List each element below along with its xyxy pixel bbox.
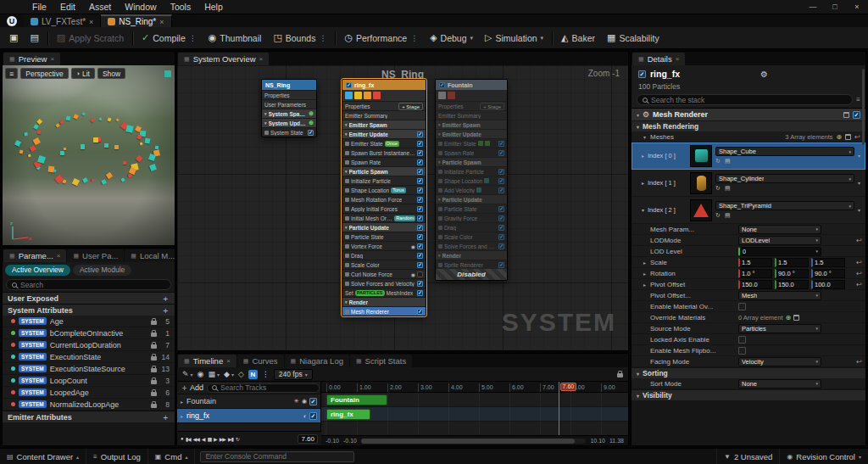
module-enabled-checkbox[interactable]: ✓ bbox=[417, 290, 423, 296]
module-enabled-checkbox[interactable]: ✓ bbox=[498, 234, 504, 240]
section-visibility[interactable]: ▾Visibility bbox=[632, 389, 865, 400]
module-enabled-checkbox[interactable]: ✓ bbox=[417, 141, 423, 147]
track-enabled-checkbox[interactable]: ✓ bbox=[309, 398, 317, 405]
axis-input[interactable]: 100.0 bbox=[811, 280, 845, 289]
node-row-meshindex[interactable]: SetPARTICLESMeshIndex✓ bbox=[342, 288, 426, 297]
viewport-corner-icon[interactable] bbox=[164, 70, 171, 77]
axis-input[interactable]: 90.0 ° bbox=[811, 269, 845, 278]
parameter-row-executionstatesource[interactable]: SYSTEMExecutionStateSource13 bbox=[3, 363, 175, 375]
module-enabled-checkbox[interactable]: ✓ bbox=[498, 262, 504, 268]
node-row-scale-color[interactable]: Scale Color✓ bbox=[342, 260, 426, 269]
range-scrollbar[interactable] bbox=[361, 439, 587, 444]
expander-icon[interactable]: ▸ bbox=[181, 399, 183, 405]
node-row-render[interactable]: ▾Render bbox=[436, 250, 507, 260]
fps-dropdown[interactable]: 240 fps ▾ bbox=[274, 369, 313, 380]
dropdown-sort-mode[interactable]: None▾ bbox=[738, 379, 821, 389]
browse-button[interactable]: ▤ bbox=[24, 27, 44, 49]
emitter-enabled-checkbox[interactable]: ✓ bbox=[346, 82, 352, 88]
mesh-array-item-shape-tripyramid[interactable]: ▾Index [ 2 ]Shape_TriPyramid▾↻▤▾ bbox=[632, 197, 865, 224]
property-checkbox[interactable] bbox=[738, 303, 746, 310]
playhead[interactable]: 7.60 bbox=[559, 382, 559, 435]
filter-icon[interactable]: ≡ bbox=[856, 96, 860, 103]
reset-to-default-icon[interactable]: ↩ bbox=[856, 259, 862, 266]
more-options-icon[interactable]: ⋮ bbox=[410, 34, 418, 42]
view-options-icon[interactable]: ▦ bbox=[208, 370, 215, 378]
axis-input[interactable]: 150.0 bbox=[775, 280, 809, 289]
node-header[interactable]: ✓Fountain bbox=[436, 80, 507, 90]
node-row-shape-location[interactable]: Shape LocationTorus✓ bbox=[342, 185, 426, 194]
curve-options-icon[interactable]: ✎ bbox=[182, 370, 189, 378]
add-parameter-icon[interactable]: ＋ bbox=[161, 293, 170, 305]
track-search-input[interactable] bbox=[220, 383, 314, 392]
tab-details[interactable]: ▦ Details × bbox=[632, 53, 685, 65]
module-enabled-checkbox[interactable]: ✓ bbox=[498, 187, 504, 193]
node-row-sprite-renderer[interactable]: Sprite Renderer✓ bbox=[436, 260, 507, 269]
close-tab-icon[interactable]: × bbox=[259, 55, 264, 63]
pause-button[interactable]: ▮▮ bbox=[207, 436, 211, 442]
parameter-row-executionstate[interactable]: SYSTEMExecutionState14 bbox=[3, 351, 175, 363]
module-enabled-checkbox[interactable]: ✓ bbox=[498, 178, 504, 184]
renderer-enabled-checkbox[interactable]: ✓ bbox=[853, 111, 860, 119]
track-icon[interactable]: ◉ bbox=[302, 398, 307, 405]
tab-timeline[interactable]: ▦Timeline× bbox=[178, 355, 236, 367]
parameter-row-loopcount[interactable]: SYSTEMLoopCount3 bbox=[3, 375, 175, 387]
time-ruler[interactable]: 0.001.002.003.004.005.006.007.008.009.00 bbox=[321, 382, 628, 393]
close-tab-icon[interactable]: × bbox=[226, 357, 231, 365]
node-header[interactable]: ✓ring_fx bbox=[342, 80, 426, 90]
viewport-lit-button[interactable]: ◑Lit bbox=[71, 68, 95, 79]
add-parameter-icon[interactable]: ＋ bbox=[161, 411, 170, 423]
module-enabled-checkbox[interactable]: ✓ bbox=[498, 215, 504, 221]
section-system-attributes[interactable]: System Attributes ＋ bbox=[3, 304, 175, 316]
node-row-system-update[interactable]: ▾System Update⊕ bbox=[262, 118, 316, 127]
2-unsaved-button[interactable]: ▼2 Unsaved bbox=[716, 449, 779, 464]
go-to-start-button[interactable]: ▮◀ bbox=[186, 436, 191, 442]
menu-file[interactable]: File bbox=[25, 2, 53, 12]
baker-button[interactable]: ◭Baker bbox=[555, 27, 601, 49]
keyframe-options-icon[interactable]: ◆ bbox=[224, 370, 230, 378]
mesh-renderer-header[interactable]: ▾ ⚙ Mesh Renderer ✓ bbox=[632, 108, 865, 120]
parameter-row-age[interactable]: SYSTEMAge5 bbox=[3, 316, 175, 327]
maximize-button[interactable]: □ bbox=[824, 0, 846, 14]
module-enabled-checkbox[interactable]: ✓ bbox=[498, 141, 504, 147]
module-enabled-checkbox[interactable]: ✓ bbox=[417, 309, 423, 315]
menu-edit[interactable]: Edit bbox=[53, 2, 82, 12]
node-row-gravity-force[interactable]: Gravity Force✓ bbox=[436, 213, 507, 222]
node-ring-fx[interactable]: ✓ring_fxProperties+ StageEmitter Summary… bbox=[342, 79, 426, 316]
track-duration-bar[interactable]: Fountain bbox=[326, 394, 387, 405]
visibility-icon[interactable]: ◉ bbox=[411, 243, 415, 249]
chevron-down-icon[interactable]: ▾ bbox=[858, 180, 860, 186]
axis-input[interactable]: 1.5 bbox=[775, 258, 809, 267]
tab-preview[interactable]: ▦ Preview × bbox=[3, 53, 60, 65]
menu-tools[interactable]: Tools bbox=[164, 2, 198, 12]
bounds-button[interactable]: ◳Bounds⋮ bbox=[267, 27, 332, 49]
use-selected-icon[interactable]: ↻ bbox=[715, 185, 721, 192]
axis-input[interactable]: 150.0 bbox=[738, 280, 772, 289]
save-button[interactable]: ▣ bbox=[3, 27, 24, 49]
node-row-solve-forces-and-velocity[interactable]: Solve Forces and Velocity✓ bbox=[342, 278, 426, 288]
step-back-button[interactable]: ◀◀ bbox=[193, 436, 199, 442]
module-enabled-checkbox[interactable]: ✓ bbox=[417, 262, 423, 268]
reset-to-default-icon[interactable]: ↩ bbox=[856, 281, 862, 288]
node-row-spawn-rate[interactable]: Spawn Rate✓ bbox=[342, 157, 426, 166]
dropdown-source-mode[interactable]: Particles▾ bbox=[738, 324, 821, 333]
parameter-row-currentloopduration[interactable]: SYSTEMCurrentLoopDuration7 bbox=[3, 339, 175, 351]
expander-icon[interactable]: ▸ bbox=[643, 282, 650, 288]
property-checkbox[interactable] bbox=[738, 336, 746, 344]
dropdown-facing-mode[interactable]: Velocity▾ bbox=[738, 357, 821, 366]
close-tab-icon[interactable]: × bbox=[50, 55, 54, 63]
chevron-down-icon[interactable]: ▾ bbox=[858, 207, 860, 213]
node-row-apply-initial-forces[interactable]: Apply Initial Forces✓ bbox=[342, 204, 426, 213]
scrollbar[interactable] bbox=[862, 69, 865, 145]
add-parameter-icon[interactable]: ＋ bbox=[161, 305, 170, 316]
node-row-particle-spawn[interactable]: ▾Particle Spawn✓ bbox=[342, 166, 426, 176]
expander-icon[interactable]: ▸ bbox=[643, 271, 650, 277]
node-row-scale-color[interactable]: Scale Color✓ bbox=[436, 232, 507, 241]
use-selected-icon[interactable]: ↻ bbox=[715, 212, 721, 219]
performance-button[interactable]: ◷Performance⋮ bbox=[338, 27, 424, 49]
close-tab-icon[interactable]: × bbox=[89, 18, 93, 26]
node-row-particle-state[interactable]: Particle State✓ bbox=[436, 204, 507, 213]
module-enabled-checkbox[interactable]: ✓ bbox=[498, 169, 504, 175]
dropdown-lodmode[interactable]: LODLevel▾ bbox=[738, 236, 821, 245]
track-row-fountain[interactable]: ▸Fountain✳◉✓ bbox=[177, 394, 320, 409]
module-enabled-checkbox[interactable] bbox=[417, 271, 423, 277]
